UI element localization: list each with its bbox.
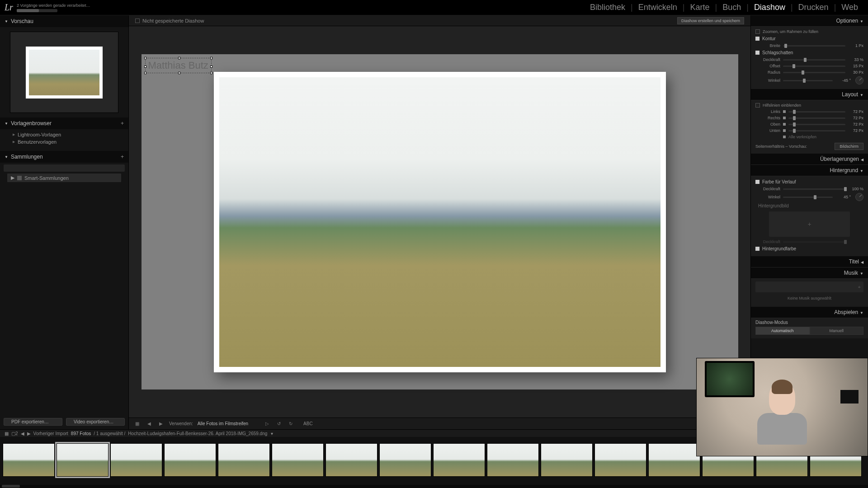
link-all-label: Alle verknüpfen [788, 135, 816, 139]
filmstrip-thumb[interactable] [164, 443, 216, 477]
slide-canvas[interactable]: Matthias Butz [129, 26, 750, 418]
guides-label: Hilfslinien einblenden [763, 103, 801, 108]
filmstrip-thumb[interactable] [110, 443, 162, 477]
bg-angle-dial[interactable] [855, 193, 863, 201]
bgimage-dropzone[interactable]: + [769, 211, 850, 237]
rotate-cw-icon[interactable]: ↻ [287, 421, 294, 426]
prev-slide-icon[interactable]: ◀ [146, 421, 153, 426]
bgcolor-checkbox[interactable] [755, 247, 760, 251]
shadow-offset-slider[interactable] [783, 66, 845, 67]
filmstrip-thumb[interactable] [541, 443, 593, 477]
module-bibliothek[interactable]: Bibliothek [585, 3, 631, 12]
mode-manual-button[interactable]: Manuell [810, 327, 864, 335]
link-toggle-icon[interactable] [783, 123, 786, 126]
angle-dial[interactable] [855, 76, 863, 84]
next-slide-icon[interactable]: ▶ [157, 421, 165, 426]
use-mode-dropdown[interactable]: Alle Fotos im Filmstreifen [198, 421, 248, 426]
nav-fwd-icon[interactable]: ▶ [27, 431, 31, 436]
module-entwickeln[interactable]: Entwickeln [633, 3, 683, 12]
breite-slider[interactable] [783, 45, 845, 47]
panel-preview-header[interactable]: ▼ Vorschau [0, 15, 128, 27]
toggle-lights-icon[interactable]: ▦ [133, 421, 141, 426]
add-collection-icon[interactable]: + [121, 154, 124, 160]
guides-checkbox[interactable] [755, 103, 760, 108]
link-toggle-icon[interactable] [783, 117, 786, 119]
grid-view-icon[interactable]: ▦ [5, 431, 9, 436]
filmstrip-thumb[interactable] [272, 443, 324, 477]
panel-optionen-header[interactable]: Optionen▼ [751, 15, 868, 27]
panel-background-header[interactable]: Hintergrund▼ [751, 165, 868, 176]
breite-value: 1 Px [848, 43, 863, 48]
panel-collections-header[interactable]: ▼ Sammlungen + [0, 151, 128, 163]
preview-image [26, 47, 103, 99]
shadow-radius-slider[interactable] [783, 72, 845, 73]
filmstrip-thumb[interactable] [594, 443, 646, 477]
bgimage-label: Hintergrundbild [758, 203, 789, 208]
abc-button[interactable]: ABC [303, 421, 313, 426]
source-label[interactable]: Vorheriger Import [33, 431, 68, 436]
collections-filter-input[interactable] [4, 164, 125, 172]
panel-musik-header[interactable]: Musik▼ [751, 267, 868, 279]
gradient-label: Farbe für Verlauf [762, 179, 796, 184]
filmstrip-thumb[interactable] [487, 443, 539, 477]
folder-icon [17, 176, 22, 180]
margin-left-slider[interactable] [788, 111, 845, 113]
module-drucken[interactable]: Drucken [793, 3, 834, 12]
aspect-dropdown[interactable]: Bildschirm [835, 143, 863, 150]
filmstrip-thumb[interactable] [648, 443, 700, 477]
margin-bottom-slider[interactable] [788, 130, 845, 131]
bgcolor-label: Hintergrundfarbe [762, 246, 796, 251]
module-karte[interactable]: Karte [684, 3, 715, 12]
bgimage-opacity-slider[interactable] [783, 241, 845, 243]
module-buch[interactable]: Buch [717, 3, 746, 12]
music-add-button[interactable]: + [755, 282, 863, 292]
panel-templates-header[interactable]: ▼ Vorlagenbrowser + [0, 117, 128, 129]
bg-angle-slider[interactable] [783, 197, 833, 198]
play-icon[interactable]: ▷ [264, 421, 271, 426]
app-logo: Lr [5, 2, 13, 13]
smart-collections-folder[interactable]: ▶ Smart-Sammlungen [7, 174, 121, 182]
filmstrip-thumb[interactable] [433, 443, 485, 477]
template-folder-lightroom[interactable]: ▶Lightroom-Vorlagen [13, 131, 124, 138]
module-diashow[interactable]: Diashow [749, 3, 791, 12]
nav-back-icon[interactable]: ◀ [21, 431, 24, 436]
shadow-angle-slider[interactable] [783, 80, 833, 81]
panel-layout-header[interactable]: Layout▼ [751, 89, 868, 100]
slideshow-checkbox[interactable] [135, 19, 140, 23]
add-template-icon[interactable]: + [121, 120, 124, 127]
kontur-checkbox[interactable] [755, 37, 760, 41]
slide-stage[interactable]: Matthias Butz [142, 54, 738, 389]
margin-top-slider[interactable] [788, 124, 845, 125]
secondary-display-icon[interactable]: ▢2 [11, 431, 18, 436]
panel-abspielen-header[interactable]: Abspielen▼ [751, 307, 868, 318]
link-all-icon[interactable] [783, 136, 786, 138]
mode-auto-button[interactable]: Automatisch [755, 327, 810, 335]
rotate-ccw-icon[interactable]: ↺ [275, 421, 283, 426]
link-toggle-icon[interactable] [783, 110, 786, 113]
breite-label: Breite [755, 43, 780, 48]
filmstrip-thumb[interactable] [379, 443, 431, 477]
kontur-label: Kontur [762, 36, 775, 41]
panel-titel-header[interactable]: Titel◀ [751, 256, 868, 267]
module-web[interactable]: Web [836, 3, 863, 12]
panel-overlays-header[interactable]: Überlagerungen◀ [751, 154, 868, 165]
zoom-fill-checkbox[interactable] [755, 29, 760, 34]
template-folder-user[interactable]: ▶Benutzervorlagen [13, 138, 124, 145]
filmstrip-thumb[interactable] [218, 443, 270, 477]
shadow-opacity-slider[interactable] [783, 59, 845, 61]
disclosure-icon: ▶ [11, 175, 14, 181]
filmstrip-scrollbar[interactable] [0, 485, 868, 488]
filmstrip-thumb[interactable] [3, 443, 55, 477]
export-pdf-button[interactable]: PDF exportieren… [4, 418, 62, 426]
gradient-checkbox[interactable] [755, 180, 760, 184]
preview-thumbnail[interactable] [10, 32, 118, 113]
bg-opacity-slider[interactable] [783, 188, 845, 190]
export-video-button[interactable]: Video exportieren… [66, 418, 125, 426]
save-slideshow-button[interactable]: Diashow erstellen und speichern [677, 17, 744, 24]
filmstrip-thumb[interactable] [57, 443, 108, 477]
filmstrip-thumb[interactable] [326, 443, 377, 477]
margin-right-slider[interactable] [788, 117, 845, 119]
shadow-checkbox[interactable] [755, 51, 760, 55]
text-overlay-box[interactable]: Matthias Butz [145, 58, 212, 73]
link-toggle-icon[interactable] [783, 129, 786, 132]
